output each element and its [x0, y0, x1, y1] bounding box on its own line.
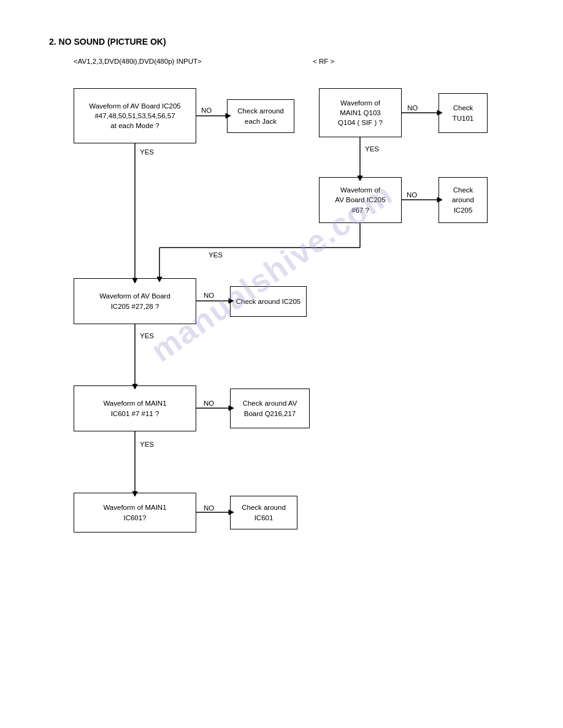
box-waveform-av-board-ic205-67: Waveform of AV Board IC205 #67 ?	[319, 177, 402, 223]
box-check-tu101: Check TU101	[439, 93, 488, 133]
box-waveform-main1-ic601-7-11: Waveform of MAIN1 IC601 #7 #11 ?	[74, 385, 196, 431]
box-check-around-av-board-q216-217: Check around AV Board Q216,217	[230, 389, 310, 428]
label-no-2: NO	[407, 104, 418, 112]
label-yes-3: YES	[365, 145, 379, 153]
label-yes-4: YES	[140, 332, 154, 339]
box-waveform-av-board-ic205-47: Waveform of AV Board IC205 #47,48,50,51,…	[74, 88, 196, 143]
box-check-around-ic205-right: Check around IC205	[439, 177, 488, 223]
box-waveform-main1-ic601: Waveform of MAIN1 IC601?	[74, 493, 196, 533]
label-no-4: NO	[204, 292, 214, 299]
box-check-around-ic601: Check around IC601	[230, 496, 297, 529]
box-check-arround-each-jack: Check arround each Jack	[227, 99, 294, 133]
box-waveform-av-board-ic205-27-28: Waveform of AV Board IC205 #27,28 ?	[74, 278, 196, 324]
flowchart-area: manualshive.com <AV1,2,3,DVD(480i),DVD(4…	[49, 58, 526, 701]
box-check-around-ic205: Check around IC205	[230, 286, 307, 317]
left-section-label: <AV1,2,3,DVD(480i),DVD(480p) INPUT>	[74, 58, 202, 65]
label-yes-feedback: YES	[209, 251, 223, 259]
right-section-label: < RF >	[313, 58, 334, 65]
label-yes-5: YES	[140, 441, 154, 448]
flowchart-arrows: Box2 (horizontal right) --> Box4 --> dow…	[49, 58, 526, 701]
box-waveform-main1-q103-q104: Waveform of MAIN1 Q103 Q104 ( SIF ) ?	[319, 88, 402, 137]
page-title: 2. NO SOUND (PICTURE OK)	[49, 37, 526, 47]
label-yes-1: YES	[140, 148, 154, 156]
label-no-5: NO	[204, 400, 214, 407]
label-no-6: NO	[204, 504, 214, 512]
page: 2. NO SOUND (PICTURE OK) manualshive.com…	[0, 0, 563, 728]
label-no-1: NO	[201, 107, 212, 114]
label-no-3: NO	[407, 191, 417, 199]
